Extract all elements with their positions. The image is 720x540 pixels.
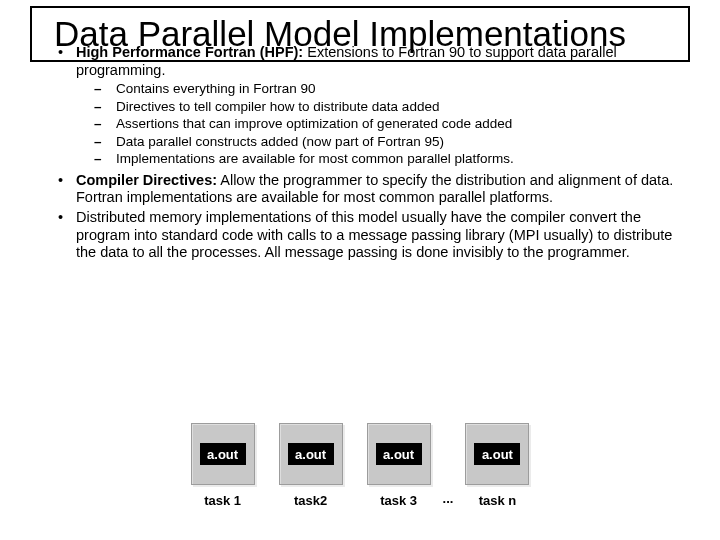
- aout-box: a.out: [465, 423, 529, 485]
- task-label: task 1: [204, 493, 241, 508]
- ellipsis: ...: [443, 491, 454, 506]
- bullet-marker: •: [58, 172, 76, 207]
- dash-marker: –: [94, 116, 116, 132]
- dash-marker: –: [94, 134, 116, 150]
- bullet-bold: High Performance Fortran (HPF):: [76, 44, 303, 60]
- aout-label: a.out: [376, 443, 422, 465]
- bullet-compiler: • Compiler Directives: Allow the program…: [58, 172, 690, 207]
- sub-item: –Contains everything in Fortran 90: [94, 81, 690, 97]
- bullet-text: Distributed memory implementations of th…: [76, 209, 690, 262]
- bullet-rest: Distributed memory implementations of th…: [76, 209, 672, 260]
- bullet-hpf: • High Performance Fortran (HPF): Extens…: [58, 44, 690, 79]
- sub-item: –Directives to tell compiler how to dist…: [94, 99, 690, 115]
- task-label: task 3: [380, 493, 417, 508]
- sub-item: –Implementations are available for most …: [94, 151, 690, 167]
- aout-label: a.out: [474, 443, 520, 465]
- bullet-bold: Compiler Directives:: [76, 172, 217, 188]
- bullet-text: Compiler Directives: Allow the programme…: [76, 172, 690, 207]
- bullet-marker: •: [58, 209, 76, 262]
- task-node: a.out task 3: [367, 423, 431, 508]
- sublist-hpf: –Contains everything in Fortran 90 –Dire…: [94, 81, 690, 167]
- slide-body: • High Performance Fortran (HPF): Extens…: [58, 44, 690, 264]
- dash-marker: –: [94, 151, 116, 167]
- task-node: a.out task2: [279, 423, 343, 508]
- task-node: a.out task 1: [191, 423, 255, 508]
- aout-label: a.out: [288, 443, 334, 465]
- sub-text: Implementations are available for most c…: [116, 151, 690, 167]
- aout-label: a.out: [200, 443, 246, 465]
- sub-text: Data parallel constructs added (now part…: [116, 134, 690, 150]
- task-label: task n: [479, 493, 517, 508]
- bullet-distributed: • Distributed memory implementations of …: [58, 209, 690, 262]
- aout-box: a.out: [279, 423, 343, 485]
- task-diagram: a.out task 1 a.out task2 a.out task 3 ..…: [0, 423, 720, 508]
- sub-text: Directives to tell compiler how to distr…: [116, 99, 690, 115]
- bullet-marker: •: [58, 44, 76, 79]
- sub-text: Contains everything in Fortran 90: [116, 81, 690, 97]
- task-node: a.out task n: [465, 423, 529, 508]
- aout-box: a.out: [367, 423, 431, 485]
- bullet-text: High Performance Fortran (HPF): Extensio…: [76, 44, 690, 79]
- sub-item: –Assertions that can improve optimizatio…: [94, 116, 690, 132]
- dash-marker: –: [94, 99, 116, 115]
- dash-marker: –: [94, 81, 116, 97]
- aout-box: a.out: [191, 423, 255, 485]
- sub-item: –Data parallel constructs added (now par…: [94, 134, 690, 150]
- task-label: task2: [294, 493, 327, 508]
- sub-text: Assertions that can improve optimization…: [116, 116, 690, 132]
